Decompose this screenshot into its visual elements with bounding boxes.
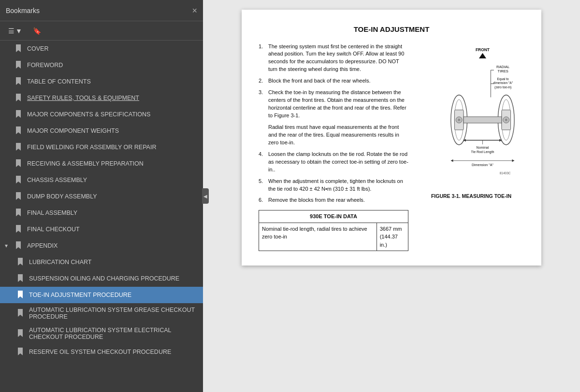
bookmark-item-toc[interactable]: TABLE OF CONTENTS [0, 73, 203, 90]
bookmark-item-auto-lub-grease[interactable]: AUTOMATIC LUBRICATION SYSTEM GREASE CHEC… [0, 303, 203, 323]
bookmark-icon [15, 225, 23, 234]
sidebar-header: Bookmarks × [0, 0, 203, 21]
close-button[interactable]: × [192, 6, 197, 15]
collapse-sidebar-handle[interactable]: ◀ [202, 188, 209, 204]
svg-text:Equal to: Equal to [497, 77, 509, 81]
bookmark-item-final-checkout[interactable]: FINAL CHECKOUT [0, 221, 203, 238]
bookmark-item-appendix[interactable]: ▾APPENDIX [0, 238, 203, 254]
step-item: 4.Loosen the clamp locknuts on the tie r… [259, 151, 408, 174]
svg-marker-30 [451, 159, 453, 162]
bookmark-item-major-weights[interactable]: MAJOR COMPONENT WEIGHTS [0, 123, 203, 139]
bookmark-label: SAFETY RULES, TOOLS & EQUIPMENT [27, 95, 139, 101]
svg-point-19 [505, 119, 508, 121]
sidebar-title: Bookmarks [6, 7, 40, 14]
bookmark-label: FOREWORD [27, 62, 63, 69]
svg-marker-1 [479, 53, 486, 58]
step-item: 2.Block the front and back of the rear w… [259, 77, 408, 85]
step-number: 4. [259, 151, 265, 174]
bookmark-icon [17, 274, 25, 283]
svg-marker-31 [512, 159, 514, 162]
sidebar-toolbar: ☰ ▼ 🔖 [0, 21, 203, 41]
bookmark-icon [15, 44, 23, 54]
table-cell-value: 3667 mm (144.37 in.) [377, 223, 408, 251]
bookmark-item-toe-in[interactable]: TOE-IN ADJUSTMENT PROCEDURE [0, 287, 203, 303]
bookmark-icon [15, 159, 23, 168]
bookmark-label: DUMP BODY ASSEMBLY [27, 193, 97, 200]
view-options-button[interactable]: ☰ ▼ [5, 25, 26, 37]
bookmark-label: RESERVE OIL SYSTEM CHECKOUT PROCEDURE [29, 349, 171, 355]
bookmark-item-suspension[interactable]: SUSPENSION OILING AND CHARGING PROCEDURE [0, 270, 203, 287]
step-item: 3.Check the toe-in by measuring the dist… [259, 89, 408, 120]
sidebar: Bookmarks × ☰ ▼ 🔖 COVERFOREWORDTABLE OF … [0, 0, 203, 392]
bookmark-icon [15, 94, 23, 103]
step-item: 6.Remove the blocks from the rear wheels… [259, 196, 408, 204]
bookmark-item-safety[interactable]: SAFETY RULES, TOOLS & EQUIPMENT [0, 90, 203, 106]
bookmark-item-final-assembly[interactable]: FINAL ASSEMBLY [0, 205, 203, 221]
step-text: When the adjustment is complete, tighten… [268, 178, 408, 193]
svg-text:(zero toe-in): (zero toe-in) [494, 85, 511, 89]
svg-text:dimension "A": dimension "A" [493, 81, 513, 84]
bookmark-icon [15, 192, 23, 201]
bookmark-label: FINAL CHECKOUT [27, 226, 80, 233]
document-page: TOE-IN ADJUSTMENT 1.The steering system … [242, 10, 541, 266]
bookmark-item-field-welding[interactable]: FIELD WELDING FOR ASSEMBLY OR REPAIR [0, 139, 203, 155]
svg-text:Dimension "A": Dimension "A" [472, 163, 493, 167]
dropdown-arrow-icon: ▼ [15, 27, 22, 35]
bookmark-icon [15, 61, 23, 70]
bookmark-item-lub-chart[interactable]: LUBRICATION CHART [0, 254, 203, 270]
bookmark-label: FINAL ASSEMBLY [27, 210, 77, 216]
bookmark-icon [17, 329, 25, 338]
step-number: 6. [259, 196, 265, 204]
doc-diagram-section: FRONT RADIAL TIRES Equal to dimension "A… [418, 43, 524, 252]
page-title: TOE-IN ADJUSTMENT [259, 24, 524, 35]
add-bookmark-button[interactable]: 🔖 [29, 25, 44, 37]
table-row: Nominal tie-rod length, radial tires to … [259, 223, 408, 251]
svg-text:TIRES: TIRES [498, 69, 508, 73]
step-indented: Radial tires must have equal measurement… [268, 124, 408, 147]
toe-in-data-table: 930E TOE-IN DATA Nominal tie-rod length,… [259, 210, 408, 251]
bookmark-icon [17, 309, 25, 318]
bookmark-item-chassis[interactable]: CHASSIS ASSEMBLY [0, 172, 203, 188]
bookmark-icon [17, 291, 25, 300]
step-text: Remove the blocks from the rear wheels. [268, 196, 365, 204]
bookmark-label: AUTOMATIC LUBRICATION SYSTEM GREASE CHEC… [29, 307, 197, 320]
step-text: Check the toe-in by measuring the distan… [268, 89, 408, 120]
step-number: 1. [259, 43, 265, 74]
bookmark-icon [15, 143, 23, 152]
bookmark-item-receiving[interactable]: RECEIVING & ASSEMBLY PREPARATION [0, 155, 203, 172]
bookmark-label: AUTOMATIC LUBRICATION SYSTEM ELECTRICAL … [29, 327, 197, 340]
svg-text:FRONT: FRONT [476, 47, 490, 52]
bookmark-item-foreword[interactable]: FOREWORD [0, 57, 203, 73]
bookmark-item-cover[interactable]: COVER [0, 41, 203, 57]
bookmark-icon [15, 110, 23, 119]
bookmark-item-dump-body[interactable]: DUMP BODY ASSEMBLY [0, 188, 203, 205]
bookmark-icon [15, 126, 23, 136]
bookmark-item-major-comp[interactable]: MAJOR COMPONENTS & SPECIFICATIONS [0, 106, 203, 123]
svg-text:Tie Rod Length: Tie Rod Length [471, 150, 494, 154]
bookmark-icon [15, 209, 23, 218]
expand-icon[interactable]: ▾ [5, 242, 12, 249]
bookmark-add-icon: 🔖 [33, 27, 41, 35]
step-number: 2. [259, 77, 265, 85]
doc-columns: 1.The steering system must first be cent… [259, 43, 524, 252]
step-number: 5. [259, 178, 265, 193]
svg-text:RADIAL: RADIAL [496, 64, 509, 69]
bookmark-label: LUBRICATION CHART [29, 259, 91, 266]
bookmark-label: MAJOR COMPONENT WEIGHTS [27, 127, 119, 134]
toe-in-diagram: FRONT RADIAL TIRES Equal to dimension "A… [420, 43, 522, 188]
bookmark-label: APPENDIX [27, 242, 58, 249]
diagram-container: FRONT RADIAL TIRES Equal to dimension "A… [420, 43, 522, 200]
bookmark-icon [17, 348, 25, 357]
bookmark-item-reserve-oil[interactable]: RESERVE OIL SYSTEM CHECKOUT PROCEDURE [0, 344, 203, 360]
bookmark-label: COVER [27, 45, 48, 52]
svg-text:81403C: 81403C [500, 171, 511, 174]
step-text: Block the front and back of the rear whe… [268, 77, 371, 85]
list-view-icon: ☰ [8, 27, 14, 35]
bookmark-item-auto-lub-elec[interactable]: AUTOMATIC LUBRICATION SYSTEM ELECTRICAL … [0, 323, 203, 344]
svg-text:Nominal: Nominal [477, 146, 489, 149]
bookmark-icon [15, 176, 23, 185]
bookmark-icon [15, 241, 23, 251]
table-cell-label: Nominal tie-rod length, radial tires to … [259, 223, 377, 251]
steps-list: 1.The steering system must first be cent… [259, 43, 408, 205]
step-item: 1.The steering system must first be cent… [259, 43, 408, 74]
